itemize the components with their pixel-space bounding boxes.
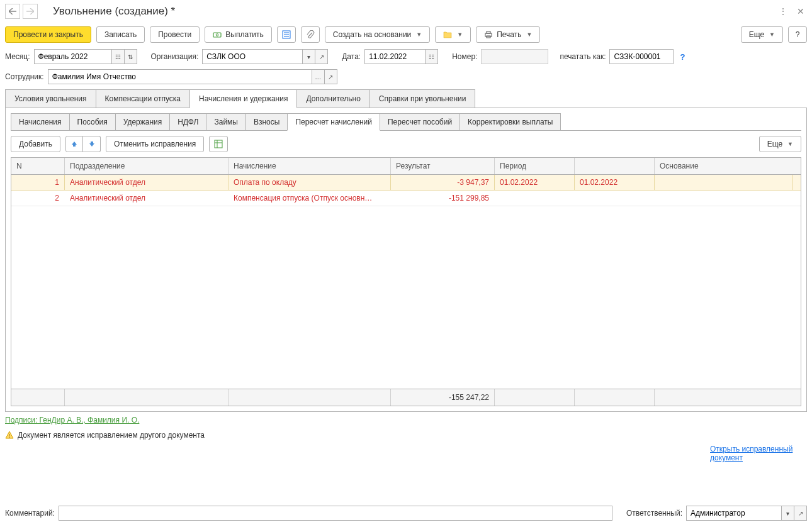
grid-body[interactable]: 1 Аналитический отдел Оплата по окладу -… <box>11 175 801 389</box>
subtab-benefits[interactable]: Пособия <box>69 113 116 130</box>
tab-additional[interactable]: Дополнительно <box>296 89 369 108</box>
arrow-up-icon <box>70 140 78 148</box>
kebab-menu-icon[interactable]: ⋮ <box>777 5 789 18</box>
date-field[interactable] <box>365 50 425 64</box>
employee-field[interactable] <box>48 70 312 84</box>
org-label: Организация: <box>151 52 199 61</box>
cell-n: 1 <box>11 175 65 190</box>
grid-footer: -155 247,22 <box>11 389 801 406</box>
table-row[interactable]: 1 Аналитический отдел Оплата по окладу -… <box>11 175 801 191</box>
col-header-period2[interactable] <box>575 158 655 174</box>
org-field[interactable] <box>203 50 302 64</box>
print-as-label: печатать как: <box>560 52 606 61</box>
post-button[interactable]: Провести <box>150 26 200 43</box>
printer-icon <box>484 30 493 39</box>
chevron-down-icon: ▾ <box>307 53 310 60</box>
write-button[interactable]: Записать <box>96 26 145 43</box>
ellipsis-icon: … <box>315 74 321 80</box>
more-button[interactable]: Еще▼ <box>741 26 783 43</box>
open-icon: ↗ <box>328 74 333 80</box>
folder-dropdown-button[interactable]: ▼ <box>435 26 471 43</box>
open-corrected-link[interactable]: Открыть исправленный документ <box>710 445 804 462</box>
org-dropdown-button[interactable]: ▾ <box>302 50 315 64</box>
month-spinner-button[interactable]: ⇅ <box>124 50 137 64</box>
month-field[interactable] <box>35 50 111 64</box>
print-button[interactable]: Печать▼ <box>476 26 540 43</box>
number-field <box>482 50 548 64</box>
attachment-button[interactable] <box>301 26 320 43</box>
move-up-button[interactable] <box>65 136 83 152</box>
chevron-down-icon: ▼ <box>457 31 463 38</box>
svg-text:!: ! <box>9 433 11 439</box>
cell-basis <box>655 175 793 190</box>
print-as-field[interactable] <box>610 50 673 64</box>
post-and-close-button[interactable]: Провести и закрыть <box>5 26 91 43</box>
main-tabs: Условия увольнения Компенсации отпуска Н… <box>5 89 807 108</box>
date-calendar-button[interactable]: ☷ <box>425 50 437 64</box>
col-header-department[interactable]: Подразделение <box>65 158 228 174</box>
col-header-basis[interactable]: Основание <box>655 158 793 174</box>
responsible-field[interactable] <box>687 506 781 520</box>
cell-period2: 01.02.2022 <box>575 175 655 190</box>
cell-result: -3 947,37 <box>391 175 495 190</box>
employee-open-button[interactable]: ↗ <box>324 70 337 84</box>
warning-line: ! Документ является исправлением другого… <box>0 428 812 442</box>
subtab-recalc-accruals[interactable]: Пересчет начислений <box>287 113 380 131</box>
move-down-button[interactable] <box>83 136 101 152</box>
list-button[interactable] <box>277 26 296 43</box>
create-based-button[interactable]: Создать на основании▼ <box>325 26 430 43</box>
tab-vacation-comp[interactable]: Компенсации отпуска <box>96 89 190 108</box>
grid-header: N Подразделение Начисление Результат Пер… <box>11 158 801 175</box>
cell-basis <box>655 191 793 206</box>
spinner-icon: ⇅ <box>128 53 133 60</box>
number-input-group <box>481 49 548 64</box>
subtab-recalc-benefits[interactable]: Пересчет пособий <box>380 113 460 130</box>
print-as-input-group <box>609 49 674 64</box>
money-icon <box>213 30 222 39</box>
close-icon[interactable]: ✕ <box>794 5 807 18</box>
signatures-link[interactable]: Подписи: ГенДир А. В., Фамилия И. О. <box>0 412 144 428</box>
pay-button[interactable]: Выплатить <box>205 26 272 43</box>
comment-field[interactable] <box>59 506 612 520</box>
calendar-icon: ☷ <box>429 53 434 60</box>
sub-tabs: Начисления Пособия Удержания НДФЛ Займы … <box>11 113 801 131</box>
subtab-contributions[interactable]: Взносы <box>245 113 288 130</box>
col-header-result[interactable]: Результат <box>391 158 495 174</box>
subtab-accruals[interactable]: Начисления <box>11 113 70 130</box>
nav-back-button[interactable] <box>5 4 20 19</box>
col-header-n[interactable]: N <box>11 158 65 174</box>
responsible-open-button[interactable]: ↗ <box>794 506 806 520</box>
cell-n: 2 <box>11 191 65 206</box>
col-header-period[interactable]: Период <box>495 158 575 174</box>
col-header-accrual[interactable]: Начисление <box>228 158 391 174</box>
warning-text: Документ является исправлением другого д… <box>18 431 205 440</box>
open-icon: ↗ <box>319 53 324 60</box>
tab-accruals[interactable]: Начисления и удержания <box>189 89 297 108</box>
table-icon <box>214 140 223 148</box>
cell-period1: 01.02.2022 <box>495 175 575 190</box>
responsible-dropdown-button[interactable]: ▾ <box>781 506 794 520</box>
table-row[interactable]: 2 Аналитический отдел Компенсация отпуск… <box>11 191 801 206</box>
titlebar: Увольнение (создание) * ⋮ ✕ <box>0 0 812 23</box>
table-settings-button[interactable] <box>209 136 228 152</box>
help-button[interactable]: ? <box>788 26 807 43</box>
org-open-button[interactable]: ↗ <box>315 50 327 64</box>
subtab-deductions[interactable]: Удержания <box>115 113 171 130</box>
subtab-ndfl[interactable]: НДФЛ <box>169 113 206 130</box>
subtab-loans[interactable]: Займы <box>206 113 246 130</box>
cell-accrual: Компенсация отпуска (Отпуск основн… <box>228 191 391 206</box>
subtab-payment-corrections[interactable]: Корректировки выплаты <box>460 113 561 130</box>
nav-forward-button[interactable] <box>23 4 38 19</box>
tab-conditions[interactable]: Условия увольнения <box>5 89 96 108</box>
employee-select-button[interactable]: … <box>312 70 324 84</box>
add-button[interactable]: Добавить <box>11 136 60 152</box>
month-calendar-button[interactable]: ☷ <box>111 50 124 64</box>
cell-accrual: Оплата по окладу <box>228 175 391 190</box>
tab-certificates[interactable]: Справки при увольнении <box>369 89 476 108</box>
grid-more-button[interactable]: Еще▼ <box>759 136 801 152</box>
help-icon[interactable]: ? <box>680 52 685 62</box>
employee-label: Сотрудник: <box>5 72 44 81</box>
svg-point-1 <box>217 34 219 36</box>
month-label: Месяц: <box>5 52 30 61</box>
cancel-corrections-button[interactable]: Отменить исправления <box>106 136 204 152</box>
